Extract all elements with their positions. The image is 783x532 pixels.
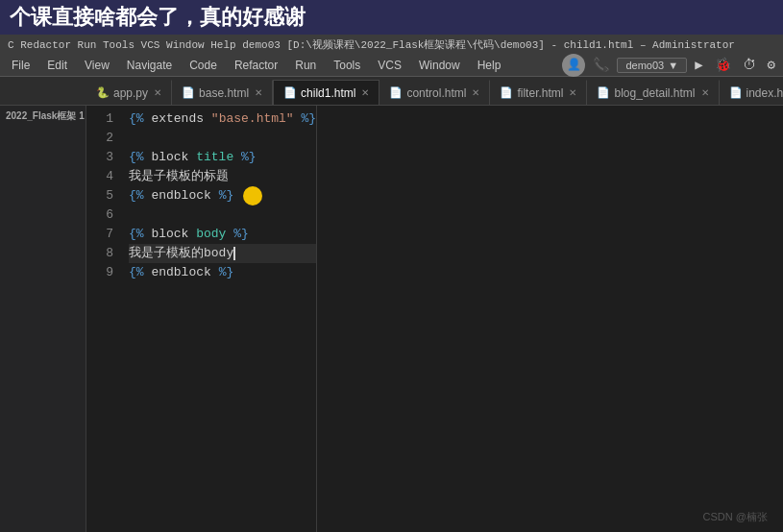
token: %} xyxy=(211,263,233,282)
token: %} xyxy=(233,148,256,167)
code-line-1: {% extends "base.html" %} xyxy=(129,109,316,129)
menu-navigate[interactable]: Navigate xyxy=(119,57,180,74)
sidebar: 2022_Flask框架 1 xyxy=(0,106,86,532)
line-num-6: 6 xyxy=(86,206,113,225)
menu-vcs[interactable]: VCS xyxy=(370,57,409,74)
tab-controlhtml[interactable]: 📄 control.html ✕ xyxy=(379,80,490,105)
tab-apppy[interactable]: 🐍 app.py ✕ xyxy=(86,80,172,105)
close-tab-basehtml[interactable]: ✕ xyxy=(255,87,262,98)
token: {% xyxy=(129,148,151,167)
menu-file[interactable]: File xyxy=(4,57,37,74)
file-icon-indexhtml: 📄 xyxy=(729,86,743,99)
user-avatar[interactable]: 👤 xyxy=(562,54,585,77)
file-icon-blogdetailhtml: 📄 xyxy=(597,86,610,99)
close-tab-filterhtml[interactable]: ✕ xyxy=(569,87,576,98)
line-num-1: 1 xyxy=(86,109,113,129)
branch-selector[interactable]: demo03 ▼ xyxy=(617,58,687,73)
menu-help[interactable]: Help xyxy=(470,57,509,74)
branch-label: demo03 xyxy=(625,60,664,71)
token: "base.html" xyxy=(211,109,294,129)
code-line-3: {% block title %} xyxy=(129,148,316,167)
tab-filterhtml[interactable]: 📄 filter.html ✕ xyxy=(490,80,587,105)
tabs-bar: 🐍 app.py ✕ 📄 base.html ✕ 📄 child1.html ✕… xyxy=(0,77,783,106)
token: %} xyxy=(211,186,233,206)
file-icon-apppy: 🐍 xyxy=(96,86,110,99)
code-line-6 xyxy=(129,206,316,225)
token: {% xyxy=(129,186,151,206)
code-line-7: {% block body %} xyxy=(129,225,316,244)
code-line-5: {% endblock %} xyxy=(129,186,316,206)
token: %} xyxy=(226,225,248,244)
run-icon[interactable]: ▶ xyxy=(691,55,706,75)
scrollbar[interactable] xyxy=(316,106,328,532)
menu-code[interactable]: Code xyxy=(182,57,225,74)
debug-icon[interactable]: 🐞 xyxy=(711,55,735,75)
menu-refactor[interactable]: Refactor xyxy=(227,57,285,74)
token: endblock xyxy=(151,186,210,206)
line-num-8: 8 xyxy=(86,244,113,263)
top-banner: 个课直接啥都会了，真的好感谢 xyxy=(0,0,783,35)
line-num-7: 7 xyxy=(86,225,113,244)
token: %} xyxy=(294,109,316,129)
close-tab-blogdetailhtml[interactable]: ✕ xyxy=(701,87,709,98)
menu-bar: File Edit View Navigate Code Refactor Ru… xyxy=(0,54,783,77)
token: block xyxy=(151,225,196,244)
tab-label-apppy: app.py xyxy=(113,86,148,100)
close-tab-controlhtml[interactable]: ✕ xyxy=(472,87,479,98)
token: body xyxy=(196,225,226,244)
menu-view[interactable]: View xyxy=(77,57,117,74)
watermark: CSDN @楠张 xyxy=(703,510,768,524)
banner-text: 个课直接啥都会了，真的好感谢 xyxy=(10,3,306,32)
tab-label-controlhtml: control.html xyxy=(406,86,466,100)
token: extends xyxy=(151,109,210,129)
tab-label-child1html: child1.html xyxy=(301,86,355,100)
menu-window[interactable]: Window xyxy=(411,57,468,74)
line-num-9: 9 xyxy=(86,263,113,282)
branch-dropdown-icon: ▼ xyxy=(668,60,678,71)
token: {% xyxy=(129,263,151,282)
file-icon-controlhtml: 📄 xyxy=(389,86,403,99)
tab-basehtml[interactable]: 📄 base.html ✕ xyxy=(172,80,273,105)
line-num-4: 4 xyxy=(86,167,113,186)
tab-label-basehtml: base.html xyxy=(199,86,249,100)
lines-area: 1 2 3 4 5 6 7 8 9 {% extends "base.html"… xyxy=(86,106,328,532)
code-line-8: 我是子模板的body xyxy=(129,244,316,263)
menu-bar-right: 👤 📞 demo03 ▼ ▶ 🐞 ⏱ ⚙ xyxy=(562,54,779,77)
line-numbers: 1 2 3 4 5 6 7 8 9 xyxy=(86,106,121,532)
title-bar: C Redactor Run Tools VCS Window Help dem… xyxy=(0,35,783,54)
token: {% xyxy=(129,109,151,129)
close-tab-child1html[interactable]: ✕ xyxy=(361,87,369,98)
tab-indexhtml[interactable]: 📄 index.html ✕ xyxy=(720,80,783,105)
tab-label-indexhtml: index.html xyxy=(746,86,783,100)
token: title xyxy=(196,148,233,167)
menu-edit[interactable]: Edit xyxy=(39,57,75,74)
profile-icon[interactable]: ⏱ xyxy=(739,56,760,75)
token: {% xyxy=(129,225,151,244)
line-num-2: 2 xyxy=(86,129,113,148)
title-bar-text: C Redactor Run Tools VCS Window Help dem… xyxy=(8,37,735,52)
cursor xyxy=(233,247,235,260)
settings-icon[interactable]: ⚙ xyxy=(764,55,779,75)
menu-tools[interactable]: Tools xyxy=(326,57,368,74)
code-line-2 xyxy=(129,129,316,148)
tab-label-blogdetailhtml: blog_detail.html xyxy=(614,86,695,100)
token: endblock xyxy=(151,263,210,282)
line-num-3: 3 xyxy=(86,148,113,167)
close-tab-apppy[interactable]: ✕ xyxy=(154,87,161,98)
file-icon-filterhtml: 📄 xyxy=(500,86,513,99)
code-line-9: {% endblock %} xyxy=(129,263,316,282)
editor-container: 2022_Flask框架 1 1 2 3 4 5 6 7 8 9 {% exte… xyxy=(0,106,783,532)
tab-child1html[interactable]: 📄 child1.html ✕ xyxy=(273,80,379,105)
line-num-5: 5 xyxy=(86,186,113,206)
tab-blogdetailhtml[interactable]: 📄 blog_detail.html ✕ xyxy=(587,80,719,105)
token: block xyxy=(151,148,196,167)
tab-label-filterhtml: filter.html xyxy=(517,86,563,100)
menu-run[interactable]: Run xyxy=(287,57,324,74)
code-area[interactable]: {% extends "base.html" %} {% block title… xyxy=(121,106,316,532)
phone-icon[interactable]: 📞 xyxy=(589,55,613,75)
code-line-4: 我是子模板的标题 xyxy=(129,167,316,186)
file-icon-basehtml: 📄 xyxy=(182,86,195,99)
token: 我是子模板的标题 xyxy=(129,167,229,186)
token: 我是子模板的body xyxy=(129,244,233,263)
yellow-dot xyxy=(243,186,262,206)
